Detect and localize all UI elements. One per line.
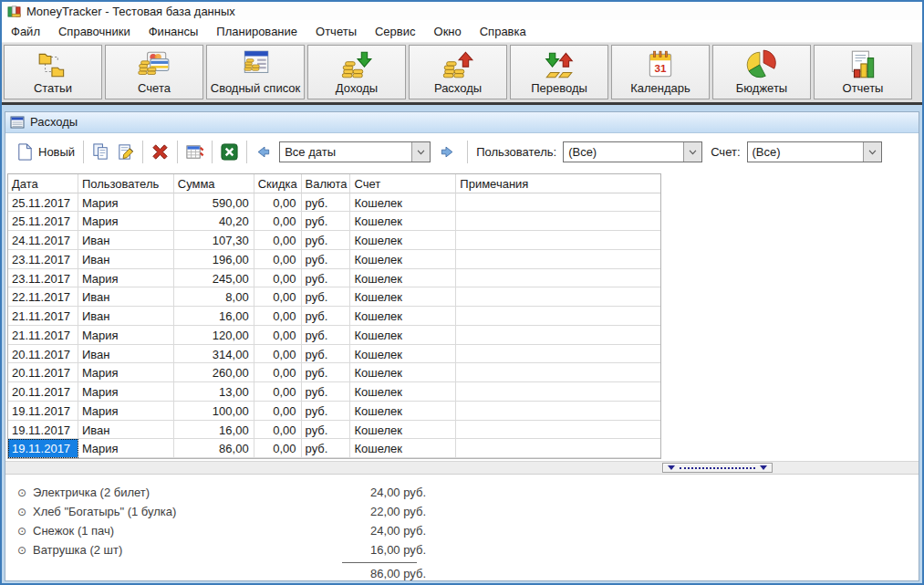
toolbar-button-calendar[interactable]: 31 Календарь (611, 45, 710, 99)
cell-date[interactable]: 19.11.2017 (8, 439, 78, 458)
cell-notes[interactable] (456, 382, 660, 402)
menu-item[interactable]: Файл (2, 22, 49, 41)
cell-sum[interactable]: 196,00 (174, 250, 254, 269)
column-header[interactable]: Примечания (456, 174, 660, 193)
cell-date[interactable]: 19.11.2017 (8, 402, 78, 421)
column-header[interactable]: Пользователь (78, 174, 174, 193)
cell-account[interactable]: Кошелек (350, 382, 456, 402)
cell-currency[interactable]: руб. (302, 287, 351, 307)
cell-currency[interactable]: руб. (302, 212, 351, 231)
cell-date[interactable]: 22.11.2017 (8, 287, 78, 307)
cell-notes[interactable] (456, 363, 660, 382)
cell-date[interactable]: 25.11.2017 (8, 193, 78, 213)
cell-sum[interactable]: 8,00 (174, 287, 254, 307)
cell-notes[interactable] (456, 269, 660, 288)
next-date-button[interactable] (436, 141, 458, 163)
cell-discount[interactable]: 0,00 (254, 402, 302, 421)
splitter-grip[interactable] (662, 463, 773, 473)
cell-sum[interactable]: 314,00 (174, 345, 254, 364)
cell-currency[interactable]: руб. (302, 402, 351, 421)
cell-discount[interactable]: 0,00 (254, 269, 302, 288)
cell-account[interactable]: Кошелек (350, 421, 456, 440)
column-header[interactable]: Дата (8, 174, 78, 193)
cell-sum[interactable]: 100,00 (174, 402, 254, 421)
cell-account[interactable]: Кошелек (350, 363, 456, 382)
cell-account[interactable]: Кошелек (350, 345, 456, 364)
menu-item[interactable]: Справочники (49, 22, 140, 41)
cell-user[interactable]: Мария (78, 402, 174, 421)
cell-sum[interactable]: 13,00 (174, 382, 254, 402)
cell-discount[interactable]: 0,00 (254, 363, 302, 382)
menu-item[interactable]: Окно (425, 22, 471, 41)
account-filter-combo[interactable]: (Все) (747, 141, 882, 162)
cell-user[interactable]: Иван (78, 250, 174, 269)
column-header[interactable]: Сумма (174, 174, 254, 193)
account-filter-dropdown-button[interactable] (863, 142, 881, 162)
edit-button[interactable] (113, 140, 138, 164)
cell-sum[interactable]: 16,00 (174, 421, 254, 440)
splitter[interactable] (5, 461, 919, 475)
delete-button[interactable] (148, 140, 172, 164)
toolbar-button-reports[interactable]: Отчеты (814, 45, 912, 99)
cell-date[interactable]: 20.11.2017 (8, 382, 78, 402)
cell-user[interactable]: Мария (78, 212, 174, 231)
cell-discount[interactable]: 0,00 (254, 421, 302, 440)
cell-user[interactable]: Иван (78, 307, 174, 326)
user-filter-combo[interactable]: (Все) (563, 141, 702, 162)
cell-date[interactable]: 21.11.2017 (8, 307, 78, 326)
cell-discount[interactable]: 0,00 (254, 287, 302, 307)
cell-account[interactable]: Кошелек (350, 326, 456, 345)
column-header[interactable]: Скидка (254, 174, 302, 193)
menu-item[interactable]: Отчеты (306, 22, 366, 41)
cell-currency[interactable]: руб. (302, 363, 351, 382)
cell-discount[interactable]: 0,00 (254, 307, 302, 326)
cell-discount[interactable]: 0,00 (254, 439, 302, 458)
cell-date[interactable]: 25.11.2017 (8, 212, 78, 231)
cell-discount[interactable]: 0,00 (254, 345, 302, 364)
cell-notes[interactable] (456, 307, 660, 326)
cell-notes[interactable] (456, 326, 660, 345)
cell-account[interactable]: Кошелек (350, 307, 456, 326)
cell-currency[interactable]: руб. (302, 439, 351, 458)
cell-sum[interactable]: 245,00 (174, 269, 254, 288)
cell-discount[interactable]: 0,00 (254, 193, 302, 213)
cell-currency[interactable]: руб. (302, 382, 351, 402)
cell-sum[interactable]: 107,30 (174, 231, 254, 250)
cell-account[interactable]: Кошелек (350, 231, 456, 250)
cell-date[interactable]: 20.11.2017 (8, 363, 78, 382)
cell-sum[interactable]: 16,00 (174, 307, 254, 326)
cell-notes[interactable] (456, 287, 660, 307)
cell-user[interactable]: Мария (78, 363, 174, 382)
cell-notes[interactable] (456, 345, 660, 364)
cell-sum[interactable]: 86,00 (174, 439, 254, 458)
cell-user[interactable]: Иван (78, 345, 174, 364)
cell-notes[interactable] (456, 193, 660, 213)
cell-notes[interactable] (456, 439, 660, 458)
toolbar-button-transfers[interactable]: Переводы (510, 45, 608, 99)
menu-item[interactable]: Планирование (207, 22, 306, 41)
cell-date[interactable]: 20.11.2017 (8, 345, 78, 364)
menu-item[interactable]: Сервис (366, 22, 425, 41)
cell-date[interactable]: 23.11.2017 (8, 250, 78, 269)
cell-user[interactable]: Иван (78, 287, 174, 307)
cell-discount[interactable]: 0,00 (254, 326, 302, 345)
cell-discount[interactable]: 0,00 (254, 382, 302, 402)
toolbar-button-expenses[interactable]: Расходы (409, 45, 507, 99)
toolbar-button-accounts[interactable]: Счета (105, 45, 203, 99)
copy-button[interactable] (88, 140, 113, 164)
cell-currency[interactable]: руб. (302, 326, 351, 345)
column-header[interactable]: Валюта (302, 174, 351, 193)
prev-date-button[interactable] (252, 141, 274, 163)
cell-user[interactable]: Мария (78, 326, 174, 345)
cell-currency[interactable]: руб. (302, 193, 351, 213)
cell-user[interactable]: Иван (78, 231, 174, 250)
cell-notes[interactable] (456, 402, 660, 421)
cell-account[interactable]: Кошелек (350, 439, 456, 458)
cell-currency[interactable]: руб. (302, 269, 351, 288)
cell-discount[interactable]: 0,00 (254, 212, 302, 231)
cell-date[interactable]: 21.11.2017 (8, 326, 78, 345)
toolbar-button-summary-list[interactable]: Сводный список (206, 45, 305, 99)
cell-discount[interactable]: 0,00 (254, 250, 302, 269)
cell-account[interactable]: Кошелек (350, 193, 456, 213)
table-settings-button[interactable] (182, 140, 207, 164)
